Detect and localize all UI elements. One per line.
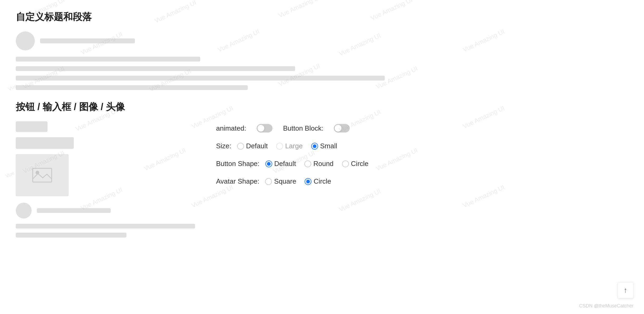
left-avatar <box>16 203 32 218</box>
size-small-radio[interactable] <box>311 143 318 150</box>
image-placeholder <box>16 154 69 196</box>
size-small-label: Small <box>320 142 337 150</box>
avatar-circle-radio-inner <box>306 180 310 183</box>
right-panel: animated: Button Block: Size: Default <box>216 121 628 195</box>
bottom-bar1 <box>16 224 195 229</box>
shape-round-option[interactable]: Round <box>304 160 339 168</box>
size-large-label: Large <box>285 142 303 150</box>
shape-circle-radio[interactable] <box>342 160 349 167</box>
section1-bar5 <box>16 85 248 90</box>
shape-default-radio-inner <box>267 162 271 166</box>
size-default-label: Default <box>246 142 268 150</box>
avatar-square-label: Square <box>274 177 296 185</box>
animated-row: animated: Button Block: <box>216 124 628 132</box>
section1-bar4 <box>16 76 385 80</box>
shape-default-label: Default <box>274 160 296 168</box>
section1-title: 自定义标题和段落 <box>16 11 628 23</box>
section1-avatar <box>16 31 35 50</box>
section1-bar1 <box>40 39 135 43</box>
section2-layout: animated: Button Block: Size: Default <box>16 121 628 237</box>
bottom-bar2 <box>16 233 126 237</box>
avatar-circle-radio[interactable] <box>305 178 311 185</box>
back-to-top-icon: ↑ <box>624 286 627 294</box>
avatar-square-option[interactable]: Square <box>265 177 301 185</box>
avatar-square-radio[interactable] <box>265 178 272 185</box>
size-small-radio-inner <box>313 144 316 148</box>
svg-rect-0 <box>33 168 52 182</box>
shape-default-radio[interactable] <box>265 160 272 167</box>
section1-paragraph-bars <box>16 57 628 90</box>
shape-default-option[interactable]: Default <box>265 160 301 168</box>
animated-label: animated: <box>216 124 246 132</box>
left-medium-bar <box>16 137 74 149</box>
section2-title: 按钮 / 输入框 / 图像 / 头像 <box>16 101 628 113</box>
shape-round-radio[interactable] <box>304 160 311 167</box>
button-shape-radio-group: Button Shape: Default Round Circle <box>216 160 628 168</box>
animated-toggle[interactable] <box>257 124 272 132</box>
size-radio-group: Size: Default Large Small <box>216 142 628 150</box>
avatar-circle-label: Circle <box>314 177 331 185</box>
left-small-bar <box>16 121 47 132</box>
section2: 按钮 / 输入框 / 图像 / 头像 <box>16 101 628 237</box>
size-label: Size: <box>216 142 231 150</box>
shape-circle-label: Circle <box>351 160 368 168</box>
size-default-option[interactable]: Default <box>237 142 273 150</box>
bottom-bars <box>16 224 195 237</box>
size-large-radio[interactable] <box>276 143 283 150</box>
avatar-circle-option[interactable]: Circle <box>305 177 336 185</box>
avatar-row <box>16 203 195 218</box>
shape-circle-option[interactable]: Circle <box>342 160 374 168</box>
button-block-toggle[interactable] <box>334 124 350 132</box>
left-panel <box>16 121 195 237</box>
size-large-option[interactable]: Large <box>276 142 308 150</box>
section1-bar3 <box>16 66 295 71</box>
size-default-radio[interactable] <box>237 143 244 150</box>
button-shape-label: Button Shape: <box>216 160 260 168</box>
avatar-shape-radio-group: Avatar Shape: Square Circle <box>216 177 628 185</box>
csdn-watermark: CSDN @theMuseCatcher <box>579 303 633 309</box>
size-small-option[interactable]: Small <box>311 142 343 150</box>
avatar-shape-label: Avatar Shape: <box>216 177 259 185</box>
shape-round-label: Round <box>313 160 334 168</box>
page-container: 自定义标题和段落 按钮 / 输入框 / 图像 / 头像 <box>0 0 644 248</box>
left-avatar-bar <box>37 208 111 213</box>
section1-bar2 <box>16 57 200 61</box>
section1-avatar-row <box>16 31 628 50</box>
back-to-top-button[interactable]: ↑ <box>618 282 633 298</box>
button-block-label: Button Block: <box>283 124 323 132</box>
